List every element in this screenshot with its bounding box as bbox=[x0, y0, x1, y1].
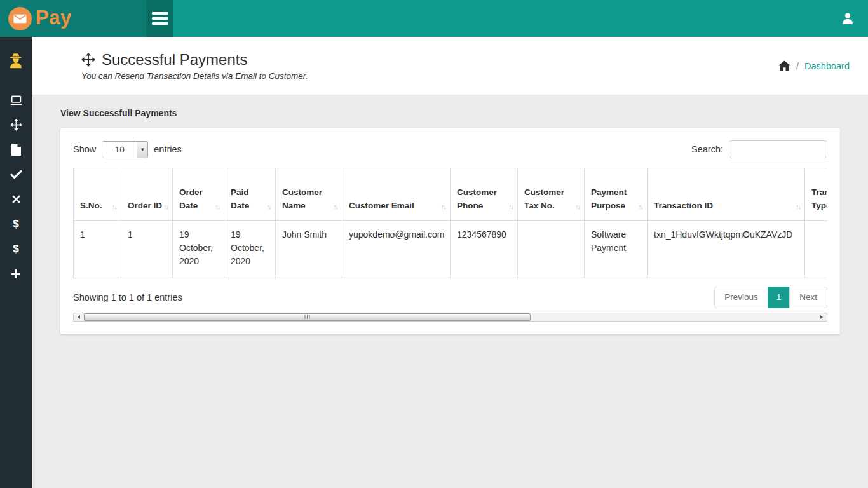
scroll-right-arrow-icon[interactable] bbox=[817, 313, 827, 321]
dollar-icon: $ bbox=[13, 218, 18, 231]
table-footer: Showing 1 to 1 of 1 entries Previous 1 N… bbox=[73, 287, 827, 308]
table-cell: 1 bbox=[74, 221, 121, 278]
scrollbar-thumb[interactable] bbox=[84, 313, 531, 321]
section-title: View Successfull Payments bbox=[60, 108, 840, 118]
column-header-payment-purpose[interactable]: Payment Purpose↑↓ bbox=[585, 168, 648, 221]
page-length-value: 10 bbox=[102, 142, 137, 158]
sort-icon: ↑↓ bbox=[333, 201, 337, 212]
table-cell: John Smith bbox=[276, 221, 342, 278]
move-icon bbox=[10, 119, 22, 131]
table-scroll-region: S.No.↑↓Order ID↑↓Order Date↑↓Paid Date↑↓… bbox=[73, 168, 827, 278]
search-control: Search: bbox=[691, 140, 827, 158]
content-area: View Successfull Payments Show 10 ▾ entr… bbox=[32, 95, 868, 488]
table-cell: 1234567890 bbox=[451, 221, 518, 278]
main-area: Successful Payments You can Resend Trans… bbox=[32, 37, 868, 488]
brand-logo[interactable]: Pay bbox=[0, 0, 146, 37]
breadcrumb-separator: / bbox=[796, 61, 799, 71]
table-controls: Show 10 ▾ entries Search: bbox=[73, 140, 827, 158]
column-label: Order Date bbox=[179, 187, 203, 210]
sort-icon: ↑↓ bbox=[112, 201, 116, 212]
column-header-order-date[interactable]: Order Date↑↓ bbox=[173, 168, 224, 221]
sidebar-item[interactable] bbox=[0, 162, 32, 187]
move-icon bbox=[81, 53, 95, 67]
page-header: Successful Payments You can Resend Trans… bbox=[32, 37, 868, 95]
column-header-customer-tax-no[interactable]: Customer Tax No.↑↓ bbox=[518, 168, 585, 221]
envelope-icon bbox=[8, 7, 32, 30]
sidebar-item[interactable] bbox=[0, 137, 32, 162]
horizontal-scrollbar[interactable] bbox=[73, 313, 827, 322]
table-cell: yupokdemo@gmail.com bbox=[342, 221, 451, 278]
column-header-order-id[interactable]: Order ID↑↓ bbox=[121, 168, 173, 221]
sort-icon: ↑↓ bbox=[163, 201, 168, 212]
sidebar-item[interactable]: $ bbox=[0, 236, 32, 261]
column-header-s-no[interactable]: S.No.↑↓ bbox=[74, 168, 121, 221]
sort-icon: ↑↓ bbox=[508, 201, 513, 212]
table-cell: 19 October, 2020 bbox=[224, 221, 276, 278]
table-row: 1119 October, 202019 October, 2020John S… bbox=[74, 221, 828, 278]
user-icon bbox=[841, 11, 855, 25]
search-label: Search: bbox=[691, 144, 723, 154]
scrollbar-track[interactable] bbox=[84, 313, 817, 321]
sort-icon: ↑↓ bbox=[441, 201, 445, 212]
table-cell bbox=[805, 221, 828, 278]
table-info: Showing 1 to 1 of 1 entries bbox=[73, 292, 182, 302]
page-1-button[interactable]: 1 bbox=[768, 287, 790, 308]
user-menu-button[interactable] bbox=[827, 0, 868, 37]
sidebar-item[interactable]: $ bbox=[0, 212, 32, 236]
sort-icon: ↑↓ bbox=[638, 201, 642, 212]
payments-card: Show 10 ▾ entries Search: S.No.↑↓Order I… bbox=[60, 128, 840, 334]
sidebar-item[interactable] bbox=[0, 261, 32, 286]
column-label: Customer Tax No. bbox=[524, 187, 564, 210]
pagination: Previous 1 Next bbox=[714, 287, 827, 308]
column-header-customer-name[interactable]: Customer Name↑↓ bbox=[276, 168, 342, 221]
sidebar-item[interactable] bbox=[0, 88, 32, 112]
column-label: Transaction ID bbox=[654, 201, 713, 210]
sort-icon: ↑↓ bbox=[215, 201, 219, 212]
column-label: Customer Name bbox=[282, 187, 322, 210]
page-length-select[interactable]: 10 ▾ bbox=[102, 141, 148, 158]
sidebar-item[interactable] bbox=[0, 43, 32, 79]
dollar-icon: $ bbox=[13, 243, 18, 255]
spy-icon bbox=[7, 52, 25, 70]
table-header-row: S.No.↑↓Order ID↑↓Order Date↑↓Paid Date↑↓… bbox=[74, 168, 828, 221]
table-cell: 19 October, 2020 bbox=[173, 221, 224, 278]
sidebar-item[interactable] bbox=[0, 112, 32, 137]
sort-icon: ↑↓ bbox=[796, 201, 800, 212]
column-label: Transaction Type bbox=[811, 187, 827, 210]
breadcrumb-link-dashboard[interactable]: Dashboard bbox=[804, 61, 850, 71]
column-label: Paid Date bbox=[231, 187, 249, 210]
show-label: Show bbox=[73, 144, 96, 154]
sidebar: $$ bbox=[0, 37, 32, 488]
payments-table: S.No.↑↓Order ID↑↓Order Date↑↓Paid Date↑↓… bbox=[73, 168, 827, 278]
sidebar-item[interactable] bbox=[0, 187, 32, 212]
close-icon bbox=[12, 195, 20, 203]
top-header: Pay bbox=[0, 0, 868, 37]
table-cell bbox=[518, 221, 585, 278]
breadcrumb: / Dashboard bbox=[778, 60, 850, 71]
column-label: S.No. bbox=[80, 201, 102, 210]
previous-page-button[interactable]: Previous bbox=[714, 287, 768, 308]
table-cell: 1 bbox=[121, 221, 173, 278]
column-header-customer-phone[interactable]: Customer Phone↑↓ bbox=[451, 168, 518, 221]
hamburger-icon[interactable] bbox=[146, 0, 173, 37]
home-icon[interactable] bbox=[778, 60, 790, 71]
page-subtitle: You can Resend Transaction Details via E… bbox=[81, 71, 308, 81]
next-page-button[interactable]: Next bbox=[789, 287, 827, 308]
laptop-icon bbox=[10, 95, 23, 106]
search-input[interactable] bbox=[729, 140, 827, 158]
column-header-customer-email[interactable]: Customer Email↑↓ bbox=[342, 168, 451, 221]
column-header-transaction-id[interactable]: Transaction ID↑↓ bbox=[648, 168, 805, 221]
sort-icon: ↑↓ bbox=[575, 201, 580, 212]
column-label: Customer Email bbox=[349, 201, 414, 210]
column-header-transaction-type[interactable]: Transaction Type↑↓ bbox=[805, 168, 828, 221]
column-header-paid-date[interactable]: Paid Date↑↓ bbox=[224, 168, 276, 221]
table-cell: Software Payment bbox=[585, 221, 648, 278]
topbar-spacer bbox=[173, 0, 827, 37]
scroll-left-arrow-icon[interactable] bbox=[74, 313, 84, 321]
plus-icon bbox=[11, 269, 20, 278]
page-length-control: Show 10 ▾ entries bbox=[73, 141, 182, 158]
table-cell: txn_1HduvfGWktjtqpmOuKZAVzJD bbox=[648, 221, 805, 278]
page-title-block: Successful Payments You can Resend Trans… bbox=[81, 51, 308, 81]
entries-label: entries bbox=[154, 144, 182, 154]
chevron-down-icon: ▾ bbox=[137, 142, 147, 158]
